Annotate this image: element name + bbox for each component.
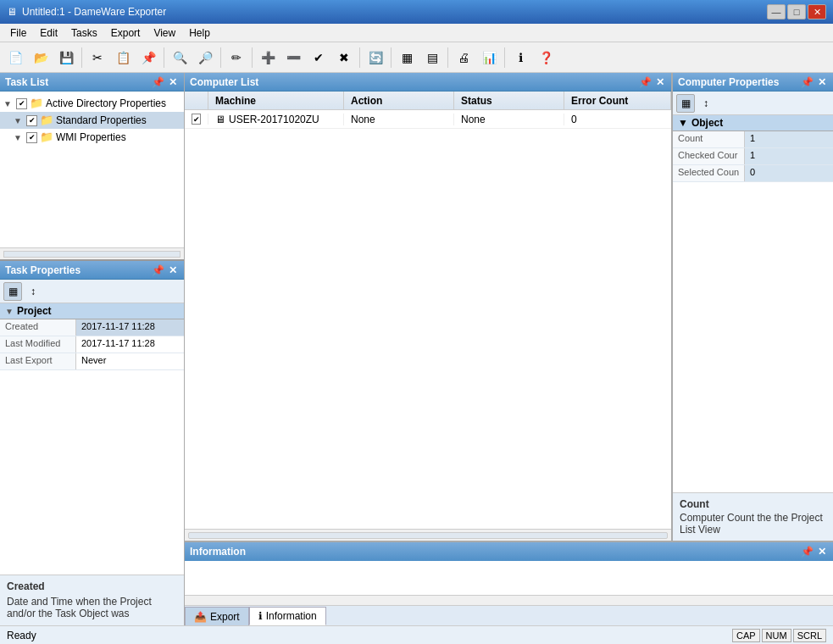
export-tab-label: Export <box>210 611 240 623</box>
props-val-export: Never <box>76 353 184 369</box>
add-button[interactable]: ➕ <box>256 46 280 69</box>
bottom-tab-bar: 📤 Export ℹ Information <box>185 605 833 625</box>
computer-properties-header: Computer Properties 📌 ✕ <box>673 73 833 92</box>
maximize-button[interactable]: □ <box>787 4 806 19</box>
computer-list-pin[interactable]: 📌 <box>639 76 651 88</box>
copy-button[interactable]: 📋 <box>111 46 135 69</box>
num-key: NUM <box>762 629 791 642</box>
computer-props-close[interactable]: ✕ <box>816 76 828 88</box>
menu-file[interactable]: File <box>3 25 33 41</box>
computer-props-toolbar: ▦ ↕ <box>673 92 833 115</box>
folder-icon-std: 📁 <box>40 114 53 127</box>
table-row[interactable]: ✔ 🖥 USER-20171020ZU None None 0 <box>185 110 671 129</box>
computer-desc-area: Count Computer Count the the Project Lis… <box>673 492 833 541</box>
menu-help[interactable]: Help <box>182 25 217 41</box>
cp-row-checked[interactable]: Checked Cour 1 <box>673 148 833 165</box>
information-title: Information <box>190 546 246 558</box>
cp-categorized-button[interactable]: ▦ <box>676 94 695 113</box>
information-panel: Information 📌 ✕ 📤 Export ℹ Information <box>185 541 833 625</box>
new-button[interactable]: 📄 <box>3 46 27 69</box>
info-panel-controls[interactable]: 📌 ✕ <box>801 546 828 558</box>
search2-button[interactable]: 🔎 <box>193 46 217 69</box>
props-sort-button[interactable]: ↕ <box>24 282 42 301</box>
cp-key-checked: Checked Cour <box>673 148 745 164</box>
task-list-controls[interactable]: 📌 ✕ <box>152 76 179 88</box>
check-button[interactable]: ✔ <box>307 46 330 69</box>
checkbox-std[interactable]: ✔ <box>26 115 37 126</box>
chart-button[interactable]: 📊 <box>477 46 501 69</box>
close-button[interactable]: ✕ <box>808 4 826 19</box>
tree-item-standard[interactable]: ▼ ✔ 📁 Standard Properties <box>0 112 184 129</box>
window-controls[interactable]: — □ ✕ <box>767 4 826 19</box>
cell-error: 0 <box>564 114 671 125</box>
main-layout: Task List 📌 ✕ ▼ ✔ 📁 Active Directory Pro… <box>0 73 833 625</box>
tab-information[interactable]: ℹ Information <box>249 607 326 625</box>
computer-props-controls[interactable]: 📌 ✕ <box>801 76 828 88</box>
info-button[interactable]: ℹ <box>508 46 532 69</box>
help-button[interactable]: ❓ <box>534 46 558 69</box>
props-row-export[interactable]: Last Export Never <box>0 353 184 370</box>
menu-tasks[interactable]: Tasks <box>64 25 104 41</box>
refresh-button[interactable]: 🔄 <box>364 46 387 69</box>
menu-view[interactable]: View <box>147 25 182 41</box>
menu-edit[interactable]: Edit <box>33 25 64 41</box>
col-status-header[interactable]: Status <box>454 92 564 109</box>
task-props-controls[interactable]: 📌 ✕ <box>152 264 179 276</box>
task-props-close[interactable]: ✕ <box>167 264 179 276</box>
search1-button[interactable]: 🔍 <box>168 46 192 69</box>
cp-row-count[interactable]: Count 1 <box>673 131 833 148</box>
computer-props-pin[interactable]: 📌 <box>801 76 813 88</box>
info-panel-pin[interactable]: 📌 <box>801 546 813 558</box>
clear-button[interactable]: ✖ <box>332 46 356 69</box>
cp-val-checked: 1 <box>745 148 833 164</box>
window-title: Untitled:1 - DameWare Exporter <box>22 6 166 18</box>
tree-item-wmi[interactable]: ▼ ✔ 📁 WMI Properties <box>0 129 184 146</box>
task-list-pin[interactable]: 📌 <box>152 76 164 88</box>
tree-label-std: Standard Properties <box>56 114 147 126</box>
computer-props-table: Count 1 Checked Cour 1 Selected Coun 0 <box>673 131 833 182</box>
tab-export[interactable]: 📤 Export <box>185 607 249 625</box>
desc-title: Created <box>7 580 177 592</box>
remove-button[interactable]: ➖ <box>281 46 305 69</box>
save-button[interactable]: 💾 <box>54 46 78 69</box>
computer-list-close[interactable]: ✕ <box>654 76 666 88</box>
toolbar: 📄 📂 💾 ✂ 📋 📌 🔍 🔎 ✏ ➕ ➖ ✔ ✖ 🔄 ▦ ▤ 🖨 📊 ℹ ❓ <box>0 42 833 73</box>
col-machine-header[interactable]: Machine <box>208 92 344 109</box>
row-checkbox[interactable]: ✔ <box>192 114 201 125</box>
computer-icon: 🖥 <box>215 114 225 125</box>
toolbar-sep-8 <box>504 47 505 68</box>
open-button[interactable]: 📂 <box>29 46 53 69</box>
row-checkbox-cell[interactable]: ✔ <box>185 114 208 125</box>
cell-action: None <box>344 114 454 125</box>
minimize-button[interactable]: — <box>767 4 786 19</box>
props-row-modified[interactable]: Last Modified 2017-11-17 11:28 <box>0 336 184 353</box>
props-categorized-button[interactable]: ▦ <box>3 282 22 301</box>
col-error-header[interactable]: Error Count <box>564 92 671 109</box>
cp-sort-button[interactable]: ↕ <box>697 94 715 113</box>
computer-list-scroll[interactable] <box>185 529 671 541</box>
title-bar: 🖥 Untitled:1 - DameWare Exporter — □ ✕ <box>0 0 833 24</box>
cp-row-selected[interactable]: Selected Coun 0 <box>673 165 833 182</box>
menu-export[interactable]: Export <box>104 25 147 41</box>
task-list-scroll[interactable] <box>0 247 184 259</box>
grid1-button[interactable]: ▦ <box>395 46 419 69</box>
computer-list-controls[interactable]: 📌 ✕ <box>639 76 666 88</box>
info-scroll[interactable] <box>185 595 833 605</box>
paste-button[interactable]: 📌 <box>136 46 160 69</box>
grid2-button[interactable]: ▤ <box>420 46 444 69</box>
task-list-close[interactable]: ✕ <box>167 76 179 88</box>
print-button[interactable]: 🖨 <box>452 46 475 69</box>
edit-button[interactable]: ✏ <box>225 46 248 69</box>
col-action-header[interactable]: Action <box>344 92 454 109</box>
task-props-pin[interactable]: 📌 <box>152 264 164 276</box>
info-panel-close[interactable]: ✕ <box>816 546 828 558</box>
toolbar-sep-5 <box>359 47 360 68</box>
checkbox-wmi[interactable]: ✔ <box>26 132 37 143</box>
cut-button[interactable]: ✂ <box>86 46 109 69</box>
checkbox-ad[interactable]: ✔ <box>16 98 27 109</box>
tree-item-active-directory[interactable]: ▼ ✔ 📁 Active Directory Properties <box>0 95 184 112</box>
info-tab-icon: ℹ <box>258 610 263 622</box>
props-row-created[interactable]: Created 2017-11-17 11:28 <box>0 319 184 336</box>
status-text: Ready <box>7 630 36 641</box>
project-expand-icon: ▼ <box>5 307 14 316</box>
